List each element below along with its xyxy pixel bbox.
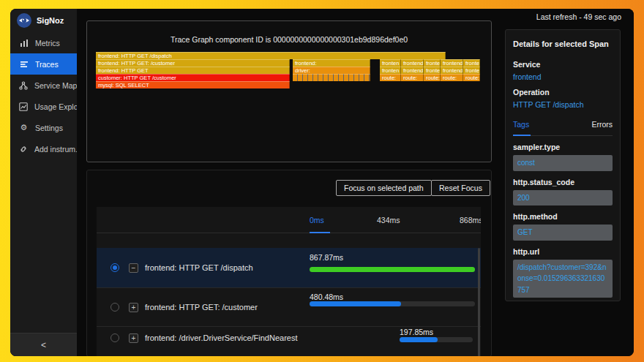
operation-label: Operation: [513, 88, 613, 97]
reset-focus-button[interactable]: Reset Focus: [431, 180, 490, 196]
timeline-tick-end: 868ms: [460, 216, 481, 225]
tag-key: http.url: [513, 247, 613, 256]
sidebar-item-label: Traces: [35, 60, 59, 69]
tag-value: /dispatch?customer=392&nonse=0.015296363…: [513, 260, 613, 298]
span-bar: [400, 337, 438, 342]
trace-graph-title: Trace Graph component ID is 000000000000…: [87, 35, 491, 44]
flame-span[interactable]: [293, 74, 370, 81]
flame-span[interactable]: route:: [463, 74, 480, 81]
span-radio[interactable]: [111, 333, 119, 342]
main-content: Last refresh - 49 sec ago Trace Graph co…: [77, 9, 634, 356]
span-bar: [310, 267, 475, 272]
sidebar-item-add-instrum[interactable]: Add instrum...: [10, 138, 77, 159]
tag-value: 200: [513, 190, 613, 206]
service-link[interactable]: frontend: [513, 72, 613, 81]
operation-link[interactable]: HTTP GET /dispatch: [513, 100, 613, 109]
sidebar-item-usage-explorer[interactable]: Usage Explorer: [10, 96, 77, 117]
span-details-panel: Details for selected Span Service fronte…: [505, 29, 621, 301]
service-label: Service: [513, 60, 613, 69]
brand-name: SigNoz: [37, 16, 64, 25]
sidebar-item-service-map[interactable]: Service Map: [10, 75, 77, 96]
sidebar-item-label: Settings: [35, 124, 63, 132]
tab-errors[interactable]: Errors: [591, 120, 613, 129]
span-bar-track: [400, 337, 473, 342]
table-scrollbar[interactable]: [478, 248, 480, 356]
flame-span[interactable]: driver:: [293, 67, 370, 74]
span-row[interactable]: +frontend: /driver.DriverService/FindNea…: [97, 326, 481, 356]
flame-span[interactable]: frontend: HTTP GET: [96, 67, 290, 74]
tag-key: http.method: [513, 212, 613, 221]
waterfall-panel: Focus on selected path Reset Focus 0ms 4…: [86, 170, 492, 356]
focus-selected-path-button[interactable]: Focus on selected path: [336, 180, 432, 196]
span-duration: 197.85ms: [400, 328, 433, 336]
span-row[interactable]: −frontend: HTTP GET /dispatch867.87ms: [97, 248, 481, 287]
sidebar-item-metrics[interactable]: Metrics: [10, 32, 77, 53]
flame-span[interactable]: fronten: [380, 67, 401, 74]
flame-span[interactable]: route:: [441, 74, 463, 81]
flame-span[interactable]: frontend:: [441, 67, 463, 74]
span-row[interactable]: +frontend: HTTP GET: /customer480.48ms: [97, 287, 481, 326]
tag-value: const: [513, 155, 613, 171]
expand-toggle-icon[interactable]: +: [129, 333, 138, 343]
sidebar-menu: MetricsTracesService MapUsage Explorer⚙S…: [10, 32, 77, 159]
gear-icon: ⚙: [19, 123, 29, 132]
flame-graph: frontend: HTTP GET /dispatchfrontend: HT…: [87, 52, 491, 90]
span-row-left-cluster: −frontend: HTTP GET /dispatch: [97, 248, 253, 287]
span-duration: 480.48ms: [310, 293, 343, 301]
sidebar-item-label: Add instrum...: [34, 145, 82, 154]
tab-tags[interactable]: Tags: [513, 120, 529, 129]
details-tabs: Tags Errors: [513, 120, 613, 136]
span-table: 0ms 434ms 868ms −frontend: HTTP GET /dis…: [97, 207, 481, 356]
flame-span[interactable]: route:: [401, 74, 424, 81]
collapse-chevron-icon: <: [41, 340, 46, 350]
link-icon: [19, 144, 28, 154]
radio-dot: [113, 265, 117, 270]
flame-span[interactable]: frontend: [401, 59, 424, 67]
bar-chart-icon: [19, 38, 29, 48]
flame-span[interactable]: mysql: SQL SELECT: [96, 81, 290, 88]
span-row-left-cluster: +frontend: /driver.DriverService/FindNea…: [97, 327, 297, 356]
flame-span[interactable]: frontend: HTTP GET: /customer: [96, 59, 290, 67]
expand-toggle-icon[interactable]: +: [129, 303, 138, 312]
sidebar-item-label: Service Map: [34, 81, 77, 90]
details-title: Details for selected Span: [513, 39, 613, 48]
flame-span[interactable]: fronter: [463, 67, 480, 74]
timeline-tick-0ms: 0ms: [310, 216, 324, 225]
flame-span[interactable]: frontend:: [441, 59, 463, 67]
last-refresh-status: Last refresh - 49 sec ago: [536, 12, 621, 21]
flame-span[interactable]: customer: HTTP GET /customer: [96, 74, 290, 81]
span-label: frontend: /driver.DriverService/FindNear…: [145, 333, 297, 342]
service-map-icon: [19, 80, 28, 90]
flame-span[interactable]: frontend: [401, 67, 424, 74]
span-bar-track: [310, 301, 475, 306]
active-tab-underline: [513, 135, 531, 136]
timeline-header: 0ms 434ms 868ms: [97, 207, 481, 233]
sidebar-item-traces[interactable]: Traces: [10, 53, 77, 75]
flame-span[interactable]: frontend:: [293, 59, 370, 67]
span-radio[interactable]: [111, 263, 119, 272]
flame-span[interactable]: route:: [424, 74, 441, 81]
sidebar-item-settings[interactable]: ⚙Settings: [10, 117, 77, 138]
span-duration: 867.87ms: [310, 253, 343, 262]
flame-span[interactable]: fronter: [424, 59, 441, 67]
flame-span[interactable]: fronter: [463, 59, 480, 67]
span-radio[interactable]: [111, 303, 119, 312]
span-bar: [310, 301, 401, 306]
timeline-tick-mid: 434ms: [377, 216, 400, 225]
flame-span[interactable]: fronten: [380, 59, 401, 67]
trace-graph-panel: Trace Graph component ID is 000000000000…: [86, 20, 492, 162]
app-window: SigNoz MetricsTracesService MapUsage Exp…: [10, 9, 634, 356]
span-label: frontend: HTTP GET: /customer: [145, 303, 258, 312]
signoz-logo-icon: [17, 13, 31, 28]
flame-span[interactable]: frontend: HTTP GET /dispatch: [96, 52, 446, 59]
traces-icon: [19, 59, 29, 69]
sidebar-collapse-button[interactable]: <: [10, 333, 77, 356]
flame-span[interactable]: fronter: [424, 67, 441, 74]
span-row-left-cluster: +frontend: HTTP GET: /customer: [97, 288, 258, 326]
collapse-toggle-icon[interactable]: −: [129, 263, 138, 273]
tag-key: sampler.type: [513, 143, 613, 151]
tag-value: GET: [513, 225, 613, 241]
sidebar: SigNoz MetricsTracesService MapUsage Exp…: [10, 9, 77, 356]
flame-span[interactable]: route:: [380, 74, 401, 81]
tag-list: sampler.typeconsthttp.status_code200http…: [513, 143, 613, 301]
